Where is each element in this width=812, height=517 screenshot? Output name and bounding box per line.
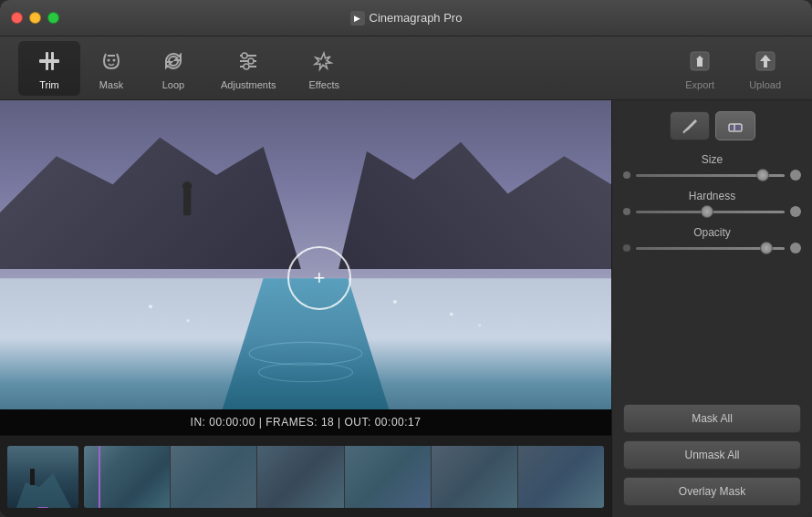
- svg-rect-23: [183, 189, 191, 215]
- svg-point-4: [113, 58, 116, 61]
- effects-label: Effects: [309, 79, 339, 90]
- brush-cursor: [287, 246, 351, 310]
- size-label: Size: [623, 153, 801, 166]
- toolbar-item-adjustments[interactable]: Adjustments: [204, 41, 293, 96]
- mask-all-label: Mask All: [692, 412, 733, 425]
- timeline-segment-1: [84, 446, 171, 508]
- paint-brush-button[interactable]: [670, 111, 710, 140]
- svg-rect-1: [46, 52, 48, 70]
- svg-point-27: [450, 312, 453, 315]
- svg-point-29: [393, 300, 397, 304]
- svg-point-28: [478, 324, 481, 326]
- hardness-track[interactable]: [636, 211, 785, 213]
- mask-label: Mask: [99, 79, 123, 90]
- overlay-mask-label: Overlay Mask: [679, 485, 745, 498]
- opacity-min-dot: [623, 244, 630, 252]
- unmask-all-label: Unmask All: [684, 449, 739, 461]
- toolbar-item-loop[interactable]: Loop: [142, 41, 204, 96]
- trim-icon: [35, 47, 64, 76]
- opacity-slider-row: Opacity: [623, 226, 801, 253]
- svg-point-10: [244, 64, 249, 69]
- overlay-mask-button[interactable]: Overlay Mask: [623, 477, 801, 506]
- svg-rect-32: [30, 469, 35, 485]
- toolbar-right: Export Upload: [672, 41, 794, 96]
- svg-rect-13: [697, 59, 703, 67]
- timecode-bar: IN: 00:00:00 | FRAMES: 18 | OUT: 00:00:1…: [0, 409, 611, 435]
- size-slider-row: Size: [623, 153, 801, 181]
- svg-point-9: [248, 58, 254, 64]
- timeline-segment-5: [432, 446, 518, 508]
- toolbar: Trim Mask Loop: [0, 36, 812, 100]
- action-buttons: Mask All Unmask All Overlay Mask: [623, 404, 801, 506]
- size-slider-container: [623, 170, 801, 181]
- opacity-max-dot: [790, 243, 801, 253]
- timeline-strip[interactable]: [84, 446, 604, 508]
- svg-point-3: [108, 58, 110, 61]
- thumbnail-arrow: [37, 507, 48, 508]
- size-min-dot: [623, 171, 630, 179]
- effects-icon: [309, 47, 338, 76]
- svg-point-8: [242, 53, 247, 58]
- hardness-max-dot: [790, 206, 801, 217]
- export-icon: [685, 47, 714, 76]
- upload-button[interactable]: Upload: [736, 41, 794, 96]
- video-background: [0, 100, 611, 409]
- mask-icon: [97, 47, 126, 76]
- playhead: [99, 446, 100, 508]
- maximize-button[interactable]: [47, 12, 59, 24]
- adjustments-label: Adjustments: [221, 79, 276, 90]
- timeline-segment-6: [518, 446, 604, 508]
- hardness-slider-row: Hardness: [623, 190, 801, 217]
- loop-icon: [159, 47, 188, 76]
- upload-icon: [751, 47, 780, 76]
- unmask-all-button[interactable]: Unmask All: [623, 440, 801, 470]
- opacity-thumb[interactable]: [760, 242, 773, 254]
- hardness-label: Hardness: [623, 190, 801, 202]
- svg-point-25: [149, 305, 152, 308]
- svg-rect-2: [51, 52, 54, 70]
- timeline-thumbnail-main[interactable]: [7, 446, 78, 508]
- app-icon: ▶: [350, 11, 365, 26]
- export-label: Export: [685, 79, 714, 90]
- opacity-label: Opacity: [623, 226, 801, 239]
- hardness-slider-container: [623, 206, 801, 217]
- titlebar: ▶ Cinemagraph Pro: [0, 0, 812, 36]
- adjustments-icon: [234, 47, 263, 76]
- minimize-button[interactable]: [29, 12, 41, 24]
- svg-rect-33: [729, 124, 742, 131]
- brush-tools: [623, 111, 801, 140]
- toolbar-item-effects[interactable]: Effects: [293, 41, 356, 96]
- svg-point-26: [187, 319, 190, 322]
- size-thumb[interactable]: [756, 169, 769, 181]
- opacity-slider-container: [623, 243, 801, 253]
- toolbar-item-trim[interactable]: Trim: [18, 41, 80, 96]
- video-area: IN: 00:00:00 | FRAMES: 18 | OUT: 00:00:1…: [0, 100, 611, 517]
- timeline[interactable]: [0, 435, 611, 517]
- hardness-min-dot: [623, 208, 630, 215]
- title-text: Cinemagraph Pro: [370, 11, 463, 25]
- svg-rect-0: [39, 59, 59, 63]
- trim-label: Trim: [39, 79, 59, 90]
- timeline-segment-4: [345, 446, 432, 508]
- eraser-button[interactable]: [715, 111, 755, 140]
- mask-all-button[interactable]: Mask All: [623, 404, 801, 433]
- app-title: ▶ Cinemagraph Pro: [350, 11, 463, 26]
- export-button[interactable]: Export: [672, 41, 727, 96]
- loop-label: Loop: [162, 79, 184, 90]
- close-button[interactable]: [11, 12, 23, 24]
- hardness-thumb[interactable]: [701, 205, 713, 218]
- video-canvas[interactable]: [0, 100, 611, 409]
- timeline-segment-3: [257, 446, 344, 508]
- size-max-dot: [790, 170, 801, 181]
- size-track[interactable]: [636, 174, 785, 177]
- right-panel: Size Hardness: [611, 100, 812, 517]
- upload-label: Upload: [749, 79, 781, 90]
- svg-point-24: [182, 181, 192, 191]
- toolbar-item-mask[interactable]: Mask: [80, 41, 142, 96]
- timecode-text: IN: 00:00:00 | FRAMES: 18 | OUT: 00:00:1…: [191, 416, 422, 429]
- slider-group: Size Hardness: [623, 153, 801, 253]
- window-controls: [11, 12, 59, 24]
- timeline-segment-2: [171, 446, 257, 508]
- main-layout: IN: 00:00:00 | FRAMES: 18 | OUT: 00:00:1…: [0, 100, 812, 517]
- opacity-track[interactable]: [636, 247, 785, 250]
